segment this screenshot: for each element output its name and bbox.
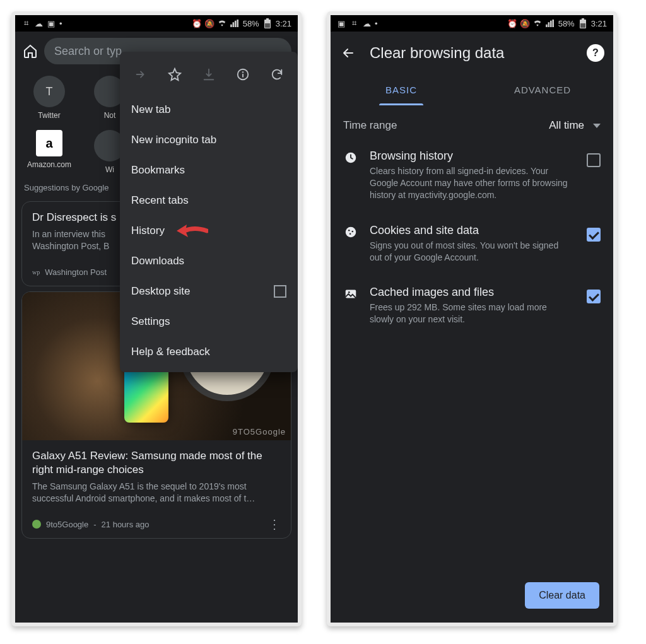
photo-icon: ▣ [337,19,346,28]
menu-recent-tabs[interactable]: Recent tabs [120,185,298,216]
menu-settings[interactable]: Settings [120,307,298,337]
menu-help-feedback[interactable]: Help & feedback [120,337,298,367]
shortcut-amazon[interactable]: a Amazon.com [26,130,72,174]
option-desc: Clears history from all signed-in device… [370,165,572,201]
svg-point-15 [348,291,350,293]
checkbox-cached[interactable] [587,290,601,303]
page-info-icon[interactable] [232,63,254,86]
status-bar: ▣ ⌗ ☁ • ⏰ 🔕 58% 3:21 [331,15,613,32]
phone-right-clear-browsing-data: ▣ ⌗ ☁ • ⏰ 🔕 58% 3:21 Clear browsing data [327,11,617,626]
article-age: 21 hours ago [102,520,150,529]
refresh-icon[interactable] [266,63,288,86]
page-title: Clear browsing data [370,44,574,62]
mute-icon: 🔕 [205,19,214,28]
clock-history-icon [343,151,358,165]
article-overflow-icon[interactable]: ⋮ [268,522,281,526]
article-source: 9to5Google [46,520,88,529]
option-title: Browsing history [370,149,572,163]
cookie-icon [343,225,358,239]
article-title: Galaxy A51 Review: Samsung made most of … [32,449,281,477]
option-cached[interactable]: Cached images and files Frees up 292 MB.… [331,274,613,337]
shortcut-twitter[interactable]: T Twitter [26,76,72,120]
time-range-label: Time range [343,119,397,132]
svg-rect-5 [242,74,244,78]
shortcut-label: Not [104,111,116,120]
home-button[interactable] [21,42,39,60]
shortcut-label: Wi [105,165,114,174]
battery-icon [263,19,272,28]
svg-point-10 [346,226,356,237]
alarm-icon: ⏰ [192,19,201,28]
slack-icon: ⌗ [349,19,358,28]
photo-icon: ▣ [47,19,56,28]
wapo-icon: wp [32,269,40,276]
clear-data-button[interactable]: Clear data [525,582,599,609]
svg-rect-8 [580,23,585,28]
menu-desktop-site[interactable]: Desktop site [120,276,298,307]
svg-point-4 [242,71,244,73]
svg-rect-7 [582,18,584,20]
wifi-icon [218,19,226,28]
tab-advanced[interactable]: ADVANCED [472,76,613,105]
tab-basic[interactable]: BASIC [331,76,472,105]
article-subtitle: The Samsung Galaxy A51 is the sequel to … [32,481,281,505]
clock-time: 3:21 [591,19,607,28]
option-cookies[interactable]: Cookies and site data Signs you out of m… [331,213,613,275]
download-icon[interactable] [197,63,220,86]
menu-history[interactable]: History [120,216,298,246]
signal-icon [546,19,555,28]
svg-rect-1 [266,18,269,20]
battery-pct: 58% [558,19,575,28]
image-watermark: 9TO5Google [233,427,286,436]
bookmark-star-icon[interactable] [163,63,186,86]
option-browsing-history[interactable]: Browsing history Clears history from all… [331,138,613,213]
wifi-icon [533,19,542,28]
menu-new-incognito-tab[interactable]: New incognito tab [120,125,298,155]
cloud-icon: ☁ [362,19,371,28]
status-dot: • [375,19,378,28]
clock-time: 3:21 [276,19,291,28]
option-desc: Signs you out of most sites. You won't b… [370,240,572,264]
battery-pct: 58% [243,19,259,28]
cloud-icon: ☁ [34,19,43,28]
slack-icon: ⌗ [21,19,30,28]
svg-rect-2 [265,23,270,28]
svg-point-13 [349,233,351,235]
svg-point-11 [348,230,350,231]
page-header: Clear browsing data ? [331,32,613,76]
svg-point-12 [351,230,353,232]
chrome-overflow-menu: New tab New incognito tab Bookmarks Rece… [120,52,298,372]
desktop-site-checkbox[interactable] [274,285,286,298]
status-dot: • [59,19,62,28]
dash: - [93,520,96,529]
phone-left-chrome-ntp: ⌗ ☁ ▣ • ⏰ 🔕 58% 3:21 Search or typ [11,11,302,626]
help-button[interactable]: ? [587,44,604,62]
checkbox-cookies[interactable] [587,228,601,242]
amazon-tile-icon: a [36,130,62,156]
source-badge-icon [32,520,41,529]
chevron-down-icon [593,124,601,128]
menu-new-tab[interactable]: New tab [120,95,298,125]
search-placeholder: Search or typ [54,45,122,58]
back-button[interactable] [339,44,357,62]
tabs: BASIC ADVANCED [331,76,613,105]
battery-icon [578,19,587,28]
menu-bookmarks[interactable]: Bookmarks [120,155,298,185]
article-source: Washington Post [45,267,107,277]
shortcut-tile: T [33,76,65,107]
forward-icon[interactable] [129,63,152,86]
menu-downloads[interactable]: Downloads [120,246,298,276]
mute-icon: 🔕 [520,19,529,28]
tutorial-arrow-icon [173,221,208,240]
status-bar: ⌗ ☁ ▣ • ⏰ 🔕 58% 3:21 [15,15,298,32]
shortcut-label: Amazon.com [27,160,71,169]
signal-icon [230,19,239,28]
time-range-value: All time [549,119,584,132]
shortcut-label: Twitter [38,111,60,120]
checkbox-browsing-history[interactable] [587,153,601,167]
option-title: Cached images and files [370,286,572,299]
alarm-icon: ⏰ [508,19,517,28]
option-title: Cookies and site data [370,224,572,237]
image-cache-icon [343,287,358,301]
time-range-selector[interactable]: Time range All time [331,105,613,138]
